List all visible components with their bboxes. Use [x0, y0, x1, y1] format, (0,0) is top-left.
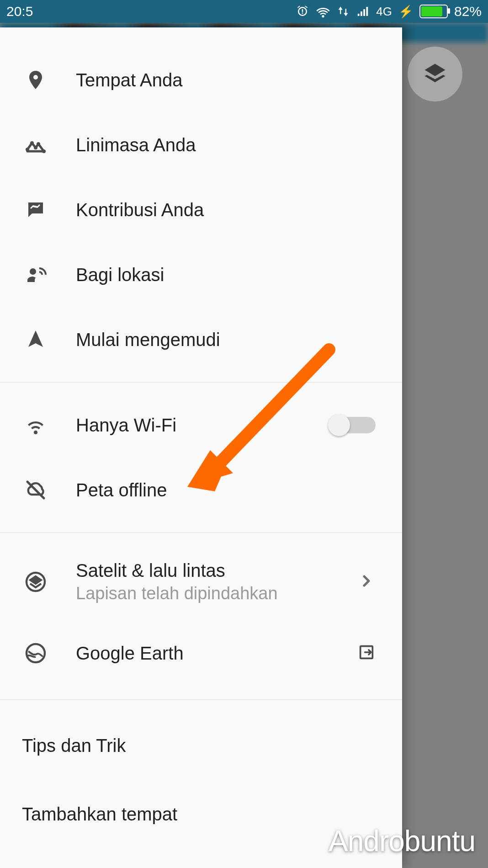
menu-item-your-places[interactable]: Tempat Anda [0, 48, 402, 112]
network-label: 4G [376, 5, 392, 19]
timeline-icon [22, 131, 49, 159]
menu-sublabel: Lapisan telah dipindahkan [76, 584, 278, 603]
menu-item-timeline[interactable]: Linimasa Anda [0, 112, 402, 177]
menu-label: Peta offline [76, 480, 167, 501]
alarm-icon [296, 5, 309, 18]
menu-label: Google Earth [76, 643, 184, 664]
menu-label: Tips dan Trik [22, 735, 126, 756]
menu-item-offline-maps[interactable]: Peta offline [0, 458, 402, 522]
menu-label: Linimasa Anda [76, 135, 196, 155]
menu-item-wifi-only[interactable]: Hanya Wi-Fi [0, 393, 402, 458]
share-location-icon [22, 261, 49, 288]
cloud-off-icon [22, 476, 49, 504]
menu-item-tips[interactable]: Tips dan Trik [0, 709, 402, 782]
menu-label: Tambahkan tempat [22, 804, 177, 825]
layers-fab[interactable] [408, 47, 462, 101]
wifi-icon [22, 411, 49, 439]
menu-label: Satelit & lalu lintas [76, 560, 278, 581]
watermark-text: Androbuntu [329, 824, 475, 858]
wifi-icon [316, 4, 330, 19]
svg-point-0 [26, 148, 29, 151]
battery-icon [419, 5, 448, 18]
battery-percent: 82% [454, 4, 482, 19]
status-left: 20:5 [6, 4, 33, 19]
menu-item-contributions[interactable]: Kontribusi Anda [0, 177, 402, 242]
data-arrows-icon [337, 5, 350, 18]
navigation-drawer: Tempat Anda Linimasa Anda Kontribusi And… [0, 27, 402, 868]
svg-point-3 [37, 142, 40, 146]
navigation-icon [22, 326, 49, 353]
chevron-right-icon [357, 572, 376, 592]
contribute-icon [22, 196, 49, 224]
svg-point-7 [27, 644, 45, 662]
menu-item-google-earth[interactable]: Google Earth [0, 621, 402, 686]
wifi-only-toggle[interactable] [330, 417, 376, 433]
layers-outline-icon [22, 568, 49, 596]
earth-icon [22, 639, 49, 667]
menu-label: Mulai mengemudi [76, 330, 220, 350]
divider [0, 533, 402, 533]
divider [0, 382, 402, 383]
layers-icon [423, 62, 447, 86]
open-external-icon [357, 643, 376, 663]
menu-label: Tempat Anda [76, 70, 183, 91]
charging-icon: ⚡ [398, 5, 413, 19]
menu-item-satellite-traffic[interactable]: Satelit & lalu lintas Lapisan telah dipi… [0, 543, 402, 621]
status-bar: 20:5 4G ⚡ 82% [0, 0, 488, 23]
menu-label: Bagi lokasi [76, 265, 164, 285]
status-time: 20:5 [6, 4, 33, 19]
menu-label: Kontribusi Anda [76, 200, 204, 220]
menu-label: Hanya Wi-Fi [76, 415, 176, 436]
signal-icon [356, 5, 370, 18]
svg-line-5 [27, 482, 44, 498]
svg-point-4 [42, 149, 46, 153]
svg-point-2 [34, 146, 37, 149]
menu-item-share-location[interactable]: Bagi lokasi [0, 242, 402, 307]
status-right: 4G ⚡ 82% [296, 4, 482, 19]
svg-point-1 [30, 141, 34, 145]
divider [0, 699, 402, 700]
menu-item-start-driving[interactable]: Mulai mengemudi [0, 307, 402, 372]
place-icon [22, 66, 49, 94]
